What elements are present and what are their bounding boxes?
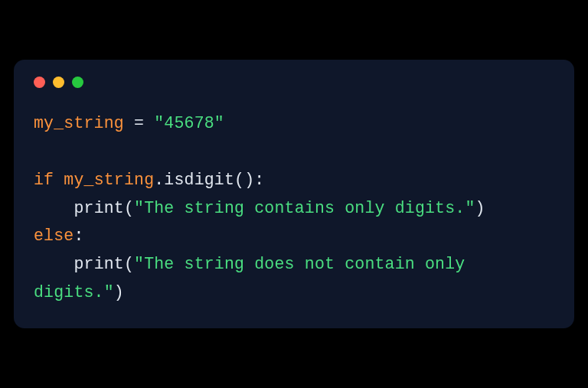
code-token: "45678" (154, 114, 224, 132)
code-line: print("The string contains only digits."… (34, 194, 554, 223)
code-token: print (74, 255, 124, 273)
code-token: ) (114, 283, 124, 302)
code-token: "The string contains only digits." (134, 199, 475, 217)
window-controls (34, 77, 554, 88)
code-token: ( (124, 199, 134, 217)
code-line: else: (34, 222, 554, 250)
code-token: : (74, 227, 83, 245)
code-token: ) (475, 199, 485, 217)
code-token: isdigit (164, 171, 234, 189)
code-token: print (74, 199, 124, 217)
code-token: if (34, 171, 54, 189)
code-token (34, 199, 74, 217)
code-token: my_string (34, 114, 124, 132)
code-token: ( (124, 255, 134, 273)
code-line: print("The string does not contain only … (34, 250, 554, 307)
minimize-icon[interactable] (53, 77, 64, 88)
code-line: my_string = "45678" (34, 109, 554, 138)
code-token (34, 255, 74, 273)
code-token: . (154, 171, 164, 189)
code-token (54, 171, 64, 189)
code-blank-line (34, 138, 554, 166)
close-icon[interactable] (34, 77, 45, 88)
maximize-icon[interactable] (72, 77, 83, 88)
code-line: if my_string.isdigit(): (34, 166, 554, 194)
code-block: my_string = "45678"if my_string.isdigit(… (34, 109, 554, 308)
code-token: else (34, 227, 74, 245)
code-token: my_string (64, 171, 154, 189)
code-token: = (124, 114, 154, 132)
code-token: (): (234, 171, 264, 189)
code-editor-window: my_string = "45678"if my_string.isdigit(… (14, 60, 574, 329)
